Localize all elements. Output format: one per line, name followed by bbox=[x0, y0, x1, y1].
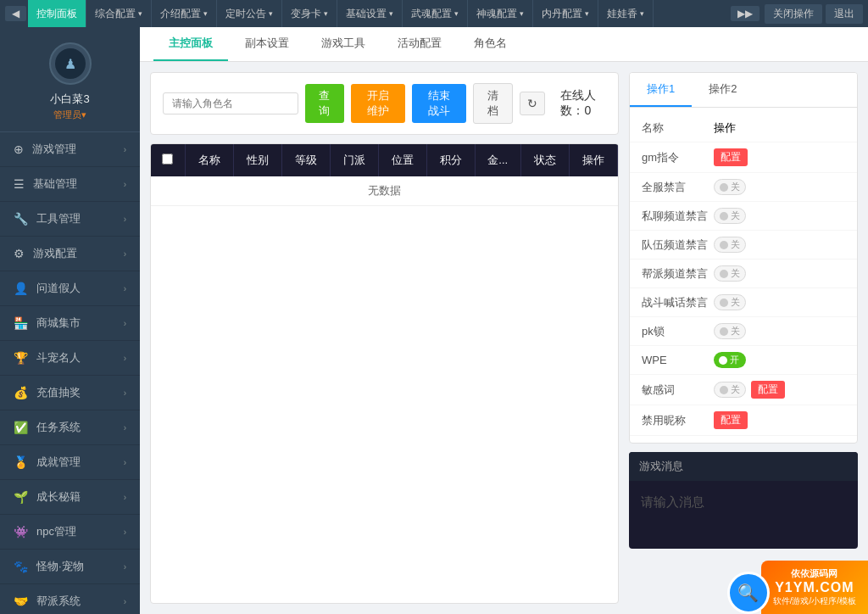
ops-label-pk-lock: pk锁 bbox=[642, 324, 714, 339]
online-count-value: 0 bbox=[584, 103, 591, 117]
toggle-dot bbox=[720, 386, 728, 394]
global-mute-toggle[interactable]: 关 bbox=[714, 179, 746, 195]
sidebar-item-achievement-management[interactable]: 🏅 成就管理 › bbox=[0, 445, 140, 480]
sidebar-item-label: 游戏管理 bbox=[32, 142, 76, 157]
gm-config-button[interactable]: 配置 bbox=[714, 148, 748, 166]
ops-row-private-mute: 私聊频道禁言 关 bbox=[630, 202, 857, 231]
ban-nickname-config-button[interactable]: 配置 bbox=[714, 411, 748, 429]
sidebar-item-npc-management[interactable]: 👾 npc管理 › bbox=[0, 515, 140, 550]
toggle-label: 开 bbox=[730, 354, 739, 366]
character-search-input[interactable] bbox=[163, 92, 298, 114]
avatar: ♟ bbox=[49, 42, 92, 85]
sidebar-item-recharge-lottery[interactable]: 💰 充值抽奖 › bbox=[0, 376, 140, 410]
sidebar-item-monster-pet[interactable]: 🐾 怪物·宠物 › bbox=[0, 550, 140, 584]
topbar-nav-wuhun-config[interactable]: 武魂配置 ▾ bbox=[403, 0, 468, 27]
ops-value-pk-lock: 关 bbox=[714, 323, 845, 339]
clear-button[interactable]: 清档 bbox=[473, 83, 514, 124]
maintain-button[interactable]: 开启维护 bbox=[351, 84, 405, 123]
topbar-nav-wawaxiang[interactable]: 娃娃香 ▾ bbox=[598, 0, 654, 27]
topbar-nav-timer-announce[interactable]: 定时公告 ▾ bbox=[217, 0, 282, 27]
ops-value-private-mute: 关 bbox=[714, 208, 845, 224]
no-data-text: 无数据 bbox=[151, 176, 618, 206]
ops-row-guild-mute: 帮派频道禁言 关 bbox=[630, 260, 857, 288]
ops-card-header: 操作1 操作2 bbox=[630, 73, 857, 108]
table-header-checkbox[interactable] bbox=[151, 144, 185, 176]
game-message-body[interactable]: 请输入消息 bbox=[629, 481, 858, 549]
tab-game-tools[interactable]: 游戏工具 bbox=[306, 27, 381, 61]
sidebar-item-label: 怪物·宠物 bbox=[36, 559, 84, 574]
ops-tab-2[interactable]: 操作2 bbox=[692, 73, 754, 107]
wpe-toggle[interactable]: 开 bbox=[714, 352, 746, 368]
chevron-right-icon: › bbox=[124, 180, 126, 189]
chevron-right-icon: › bbox=[124, 527, 126, 537]
chevron-right-icon: › bbox=[124, 423, 126, 433]
chevron-right-icon: › bbox=[124, 562, 126, 572]
content-area: 主控面板 副本设置 游戏工具 活动配置 角色名 查询 开启维护 结束战斗 清档 … bbox=[140, 27, 868, 614]
sidebar-item-pet-ranking[interactable]: 🏆 斗宠名人 › bbox=[0, 341, 140, 376]
table-header-gender: 性别 bbox=[233, 144, 281, 176]
ops-label-battle-mute: 战斗喊话禁言 bbox=[642, 295, 714, 310]
fake-players-icon: 👤 bbox=[14, 282, 28, 295]
sidebar-item-label: 充值抽奖 bbox=[36, 385, 81, 400]
ops-label-gm: gm指令 bbox=[642, 150, 714, 165]
tab-copy-settings[interactable]: 副本设置 bbox=[230, 27, 304, 61]
ops-tab-1[interactable]: 操作1 bbox=[630, 73, 692, 107]
sensitive-words-config-button[interactable]: 配置 bbox=[751, 381, 785, 399]
sidebar-item-game-config[interactable]: ⚙ 游戏配置 › bbox=[0, 237, 140, 271]
table-header-level: 等级 bbox=[281, 144, 330, 176]
topbar-close-ops-button[interactable]: 关闭操作 bbox=[765, 4, 822, 24]
left-content: 查询 开启维护 结束战斗 清档 ↻ 在线人数：0 名 bbox=[150, 72, 619, 604]
topbar-nav-shenhun-config[interactable]: 神魂配置 ▾ bbox=[468, 0, 533, 27]
pk-lock-toggle[interactable]: 关 bbox=[714, 323, 746, 339]
refresh-button[interactable]: ↻ bbox=[520, 92, 545, 115]
chevron-down-icon: ▾ bbox=[585, 9, 589, 18]
sidebar-item-basic-management[interactable]: ☰ 基础管理 › bbox=[0, 167, 140, 202]
tab-activity-config[interactable]: 活动配置 bbox=[382, 27, 457, 61]
avatar-inner: ♟ bbox=[55, 48, 86, 79]
topbar-nav-general-config[interactable]: 综合配置 ▾ bbox=[86, 0, 152, 27]
topbar-left-arrow[interactable]: ◀ bbox=[5, 6, 26, 21]
private-mute-toggle[interactable]: 关 bbox=[714, 208, 746, 224]
topbar-nav-neidan-config[interactable]: 内丹配置 ▾ bbox=[533, 0, 598, 27]
battle-mute-toggle[interactable]: 关 bbox=[714, 294, 746, 310]
ops-value-guild-mute: 关 bbox=[714, 265, 845, 282]
sidebar-item-growth-guide[interactable]: 🌱 成长秘籍 › bbox=[0, 480, 140, 515]
ops-card: 操作1 操作2 名称 操作 gm指令 配置 bbox=[629, 72, 858, 444]
search-bar: 查询 开启维护 结束战斗 清档 ↻ 在线人数：0 bbox=[150, 72, 619, 135]
ops-label-private-mute: 私聊频道禁言 bbox=[642, 209, 714, 224]
sidebar-item-tool-management[interactable]: 🔧 工具管理 › bbox=[0, 202, 140, 237]
sidebar-item-fake-players[interactable]: 👤 问道假人 › bbox=[0, 271, 140, 306]
topbar-nav-transform-card[interactable]: 变身卡 ▾ bbox=[282, 0, 337, 27]
sidebar-item-shop-market[interactable]: 🏪 商城集市 › bbox=[0, 306, 140, 341]
select-all-checkbox[interactable] bbox=[162, 154, 173, 165]
ops-row-pk-lock: pk锁 关 bbox=[630, 317, 857, 346]
chevron-down-icon: ▾ bbox=[640, 9, 644, 18]
topbar-nav-intro-config[interactable]: 介绍配置 ▾ bbox=[152, 0, 217, 27]
topbar-exit-button[interactable]: 退出 bbox=[826, 4, 863, 24]
topbar-more-arrow[interactable]: ▶▶ bbox=[731, 6, 760, 21]
toggle-label: 关 bbox=[731, 238, 740, 251]
sidebar-item-label: 工具管理 bbox=[36, 211, 81, 226]
topbar-nav-control-panel[interactable]: 控制面板 bbox=[28, 0, 86, 27]
sidebar-item-label: 斗宠名人 bbox=[36, 350, 81, 366]
chevron-right-icon: › bbox=[124, 284, 126, 293]
game-message-card: 游戏消息 请输入消息 bbox=[629, 452, 858, 549]
dropdown-icon[interactable]: ▾ bbox=[81, 109, 86, 120]
ops-col-name: 名称 bbox=[642, 120, 714, 136]
toggle-label: 关 bbox=[731, 181, 740, 193]
sidebar-item-guild-system[interactable]: 🤝 帮派系统 › bbox=[0, 584, 140, 614]
sidebar-item-game-management[interactable]: ⊕ 游戏管理 › bbox=[0, 132, 140, 167]
ops-row-gm-command: gm指令 配置 bbox=[630, 142, 857, 173]
guild-mute-toggle[interactable]: 关 bbox=[714, 265, 746, 282]
sidebar-item-task-system[interactable]: ✅ 任务系统 › bbox=[0, 410, 140, 445]
sensitive-words-toggle[interactable]: 关 bbox=[714, 382, 746, 398]
query-button[interactable]: 查询 bbox=[305, 84, 344, 123]
table-row: 无数据 bbox=[151, 176, 618, 206]
topbar-nav-basic-settings[interactable]: 基础设置 ▾ bbox=[337, 0, 403, 27]
ops-row-sensitive-words: 敏感词 关 配置 bbox=[630, 375, 857, 405]
tab-role-name[interactable]: 角色名 bbox=[459, 27, 522, 61]
end-fight-button[interactable]: 结束战斗 bbox=[412, 84, 466, 123]
toggle-dot bbox=[720, 212, 728, 220]
team-mute-toggle[interactable]: 关 bbox=[714, 237, 746, 253]
tab-main-panel[interactable]: 主控面板 bbox=[153, 27, 228, 61]
